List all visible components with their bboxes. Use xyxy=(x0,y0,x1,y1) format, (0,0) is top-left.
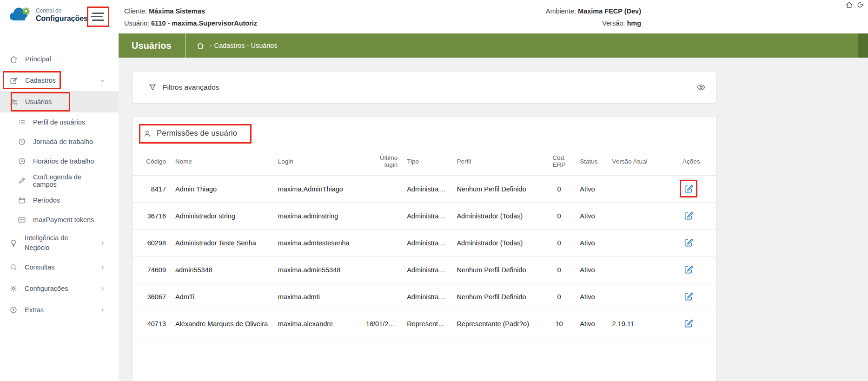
eye-icon[interactable] xyxy=(696,83,706,92)
cell-ultimo-login xyxy=(361,256,402,283)
hamburger-menu-button[interactable] xyxy=(87,7,109,27)
edit-user-button[interactable] xyxy=(682,317,695,329)
cell-perfil: Administrador (Todas) xyxy=(452,203,543,230)
filters-panel[interactable]: Filtros avançados xyxy=(133,72,716,103)
cell-perfil: Nenhum Perfil Definido xyxy=(452,256,543,283)
panel-title: Permissões de usuário xyxy=(157,129,237,138)
column-header-login[interactable]: Login xyxy=(273,147,361,176)
column-header-tipo[interactable]: Tipo xyxy=(402,147,452,176)
cell-tipo: Administrador xyxy=(402,203,452,230)
version-value: hmg xyxy=(627,20,641,27)
panel-header: Permissões de usuário xyxy=(133,123,716,147)
table-row[interactable]: 8417 Admin Thiago maxima.AdminThiago Adm… xyxy=(133,176,716,203)
sidebar-item-label: Cor/Legenda de campos xyxy=(33,173,106,188)
cell-versao-atual xyxy=(608,230,678,256)
sidebar-item-configuracoes[interactable]: Configurações xyxy=(0,278,119,299)
sidebar-item-usuarios[interactable]: Usuários xyxy=(0,91,119,112)
table-row[interactable]: 36067 AdmTi maxima.admti Administrador N… xyxy=(133,283,716,310)
sidebar-item-consultas[interactable]: Consultas xyxy=(0,256,119,278)
sidebar-item-principal[interactable]: Principal xyxy=(0,48,119,70)
cell-tipo: Administrador xyxy=(402,283,452,310)
app-window: Central de Configurações Cliente: Máxima… xyxy=(0,0,868,381)
table-row[interactable]: 60298 Administrador Teste Senha maxima.a… xyxy=(133,230,716,256)
home-icon[interactable] xyxy=(845,1,853,9)
cell-login: maxima.AdminThiago xyxy=(273,176,361,203)
sidebar-item-maxpayment-tokens[interactable]: maxPayment tokens xyxy=(0,210,119,230)
table-row[interactable]: 40713 Alexandre Marques de Oliveira maxi… xyxy=(133,310,716,337)
bulb-icon xyxy=(9,239,18,247)
cell-ultimo-login: 18/01/2022 xyxy=(361,310,402,337)
column-header-cod-erp[interactable]: Cód. ERP xyxy=(543,147,575,176)
column-header-acoes[interactable]: Ações xyxy=(678,147,716,176)
users-table: Código Nome Login Último login Tipo Perf… xyxy=(133,147,716,337)
edit-square-icon xyxy=(9,76,18,85)
cell-versao-atual xyxy=(608,256,678,283)
cell-versao-atual xyxy=(608,203,678,230)
edit-user-button[interactable] xyxy=(682,236,695,249)
cell-tipo: Representante xyxy=(402,310,452,337)
home-icon[interactable] xyxy=(196,41,205,50)
column-header-perfil[interactable]: Perfil xyxy=(452,147,543,176)
cell-cod-erp: 0 xyxy=(543,283,575,310)
logo-line2: Configurações xyxy=(36,14,88,23)
cell-login: maxima.alexandre xyxy=(273,310,361,337)
cell-status: Ativo xyxy=(575,283,607,310)
clock-icon xyxy=(18,157,26,165)
edit-user-button[interactable] xyxy=(682,210,695,222)
cell-cod-erp: 0 xyxy=(543,176,575,203)
column-header-ultimo-login[interactable]: Último login xyxy=(361,147,402,176)
sidebar-item-cadastros[interactable]: Cadastros xyxy=(0,70,119,91)
table-row[interactable]: 74609 admin55348 maxima.admin55348 Admin… xyxy=(133,256,716,283)
column-header-status[interactable]: Status xyxy=(575,147,607,176)
user-permissions-panel: Permissões de usuário Código Nome Login xyxy=(133,117,716,381)
main-content: Usuários - Cadastros - Usuários Filtros … xyxy=(119,33,868,381)
page-title-bar: Usuários - Cadastros - Usuários xyxy=(119,33,868,58)
sidebar-item-jornada-de-trabalho[interactable]: Jornada de trabalho xyxy=(0,132,119,151)
sidebar-item-label: Horários de trabalho xyxy=(33,158,94,165)
environment-line: Ambiente: Maxima FECP (Dev) xyxy=(546,5,641,17)
sidebar-item-perfil-de-usuarios[interactable]: Perfil de usuários xyxy=(0,112,119,132)
column-header-versao-atual[interactable]: Versão Atual xyxy=(608,147,678,176)
environment-label: Ambiente: xyxy=(546,7,576,15)
cell-nome: Alexandre Marques de Oliveira xyxy=(171,310,273,337)
edit-user-button[interactable] xyxy=(682,263,695,276)
sidebar-item-label: Usuários xyxy=(25,98,52,105)
cell-cod-erp: 0 xyxy=(543,256,575,283)
environment-info: Ambiente: Maxima FECP (Dev) Versão: hmg xyxy=(546,5,641,29)
chevron-down-icon xyxy=(99,78,106,84)
cell-ultimo-login xyxy=(361,230,402,256)
sidebar-item-extras[interactable]: Extras xyxy=(0,299,119,321)
cell-codigo: 8417 xyxy=(133,176,171,203)
environment-value: Maxima FECP (Dev) xyxy=(578,7,641,15)
client-value: Máxima Sistemas xyxy=(149,7,205,15)
cell-nome: Administrador Teste Senha xyxy=(171,230,273,256)
logout-icon[interactable] xyxy=(856,1,864,9)
sidebar-item-label: Inteligência de Negócio xyxy=(25,233,80,253)
calendar-icon xyxy=(18,196,26,204)
sidebar-item-horarios-de-trabalho[interactable]: Horários de trabalho xyxy=(0,151,119,171)
cell-login: maxima.admtestesenha xyxy=(273,230,361,256)
cell-ultimo-login xyxy=(361,176,402,203)
sidebar-item-cor-legenda-de-campos[interactable]: Cor/Legenda de campos xyxy=(0,171,119,190)
cell-nome: admin55348 xyxy=(171,256,273,283)
cell-perfil: Nenhum Perfil Definido xyxy=(452,176,543,203)
cell-perfil: Nenhum Perfil Definido xyxy=(452,283,543,310)
table-row[interactable]: 36716 Administrador string maxima.admins… xyxy=(133,203,716,230)
app-logo[interactable]: Central de Configurações xyxy=(7,6,88,25)
column-header-nome[interactable]: Nome xyxy=(171,147,273,176)
top-header: Central de Configurações Cliente: Máxima… xyxy=(0,0,868,33)
edit-user-button[interactable] xyxy=(682,290,695,302)
cell-tipo: Administrador xyxy=(402,256,452,283)
sidebar-item-periodos[interactable]: Períodos xyxy=(0,190,119,210)
column-header-codigo[interactable]: Código xyxy=(133,147,171,176)
sidebar-item-inteligencia-de-negocio[interactable]: Inteligência de Negócio xyxy=(0,230,119,256)
version-label: Versão: xyxy=(602,20,625,27)
scrollbar-strip[interactable] xyxy=(858,33,868,58)
cell-versao-atual: 2.19.11 xyxy=(608,310,678,337)
page-title: Usuários xyxy=(119,40,186,51)
cell-perfil: Administrador (Todas) xyxy=(452,230,543,256)
edit-user-button[interactable] xyxy=(682,183,695,195)
sidebar-item-label: Configurações xyxy=(25,285,68,292)
breadcrumb-text: - Cadastros - Usuários xyxy=(210,42,278,49)
cell-acoes xyxy=(678,256,716,283)
